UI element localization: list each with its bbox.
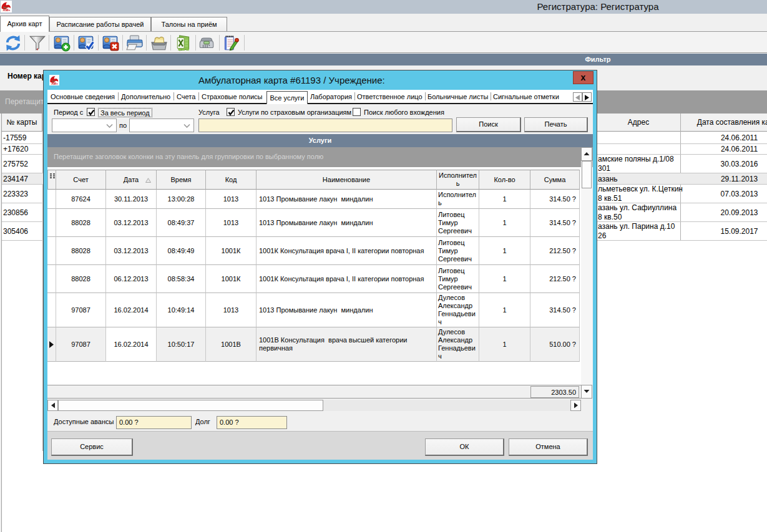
svg-text:АМ+: АМ+ [51, 82, 58, 85]
svg-text:АМ+: АМ+ [3, 8, 11, 12]
